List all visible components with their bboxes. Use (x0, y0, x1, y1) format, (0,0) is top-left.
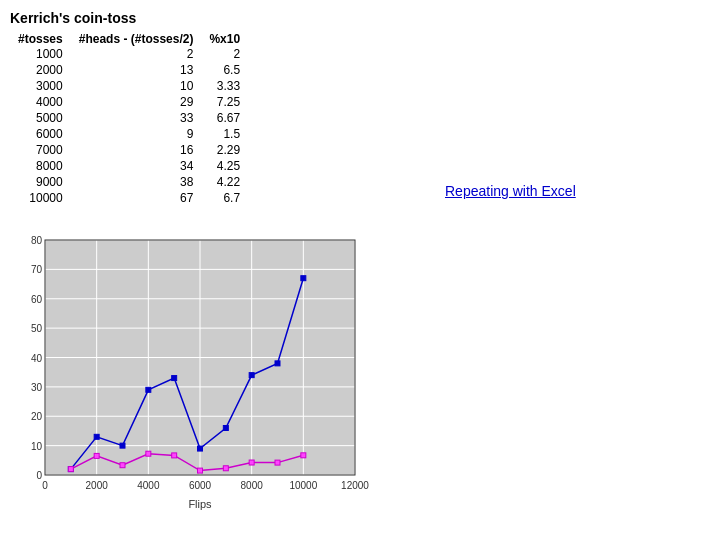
svg-text:50: 50 (31, 323, 43, 334)
svg-text:30: 30 (31, 382, 43, 393)
table-cell: 33 (71, 110, 202, 126)
table-cell: 3000 (10, 78, 71, 94)
svg-rect-38 (172, 376, 177, 381)
svg-rect-36 (120, 443, 125, 448)
svg-text:20: 20 (31, 411, 43, 422)
table-cell: 10000 (10, 190, 71, 206)
svg-rect-41 (249, 373, 254, 378)
svg-rect-37 (146, 387, 151, 392)
table-row: 100022 (10, 46, 248, 62)
table-cell: 34 (71, 158, 202, 174)
svg-rect-43 (301, 276, 306, 281)
svg-rect-35 (94, 434, 99, 439)
col-tosses-header: #tosses (10, 32, 71, 46)
svg-text:80: 80 (31, 235, 43, 246)
table-cell: 9000 (10, 174, 71, 190)
col-pct-header: %x10 (201, 32, 248, 46)
svg-text:70: 70 (31, 264, 43, 275)
table-row: 600091.5 (10, 126, 248, 142)
table-row: 10000676.7 (10, 190, 248, 206)
table-cell: 7.25 (201, 94, 248, 110)
table-row: 5000336.67 (10, 110, 248, 126)
table-cell: 3.33 (201, 78, 248, 94)
table-cell: 2.29 (201, 142, 248, 158)
table-row: 4000297.25 (10, 94, 248, 110)
data-table: #tosses #heads - (#tosses/2) %x10 100022… (10, 32, 248, 206)
svg-text:0: 0 (42, 480, 48, 491)
table-cell: 6.67 (201, 110, 248, 126)
svg-rect-40 (223, 426, 228, 431)
table-cell: 9 (71, 126, 202, 142)
table-cell: 2 (201, 46, 248, 62)
table-cell: 29 (71, 94, 202, 110)
table-cell: 7000 (10, 142, 71, 158)
table-cell: 2000 (10, 62, 71, 78)
svg-rect-39 (198, 446, 203, 451)
svg-rect-53 (301, 453, 306, 458)
svg-rect-51 (249, 460, 254, 465)
svg-text:4000: 4000 (137, 480, 160, 491)
svg-text:40: 40 (31, 353, 43, 364)
table-cell: 4.22 (201, 174, 248, 190)
svg-text:60: 60 (31, 294, 43, 305)
svg-text:10000: 10000 (289, 480, 317, 491)
table-cell: 67 (71, 190, 202, 206)
svg-rect-49 (198, 468, 203, 473)
svg-rect-44 (68, 467, 73, 472)
table-cell: 38 (71, 174, 202, 190)
svg-text:Flips: Flips (188, 498, 212, 510)
table-cell: 6.5 (201, 62, 248, 78)
svg-text:12000: 12000 (341, 480, 369, 491)
table-row: 3000103.33 (10, 78, 248, 94)
table-cell: 1.5 (201, 126, 248, 142)
svg-text:8000: 8000 (241, 480, 264, 491)
table-cell: 5000 (10, 110, 71, 126)
svg-rect-46 (120, 463, 125, 468)
svg-text:2000: 2000 (86, 480, 109, 491)
table-cell: 6.7 (201, 190, 248, 206)
table-cell: 10 (71, 78, 202, 94)
table-cell: 4000 (10, 94, 71, 110)
svg-rect-52 (275, 460, 280, 465)
repeating-excel-link[interactable]: Repeating with Excel (445, 183, 576, 199)
table-row: 9000384.22 (10, 174, 248, 190)
col-heads-header: #heads - (#tosses/2) (71, 32, 202, 46)
table-row: 8000344.25 (10, 158, 248, 174)
table-cell: 8000 (10, 158, 71, 174)
table-row: 2000136.5 (10, 62, 248, 78)
table-cell: 1000 (10, 46, 71, 62)
svg-rect-45 (94, 453, 99, 458)
table-cell: 13 (71, 62, 202, 78)
table-cell: 16 (71, 142, 202, 158)
page: Kerrich's coin-toss #tosses #heads - (#t… (0, 0, 720, 540)
chart-svg: 0102030405060708002000400060008000100001… (10, 230, 370, 510)
svg-rect-42 (275, 361, 280, 366)
table-cell: 4.25 (201, 158, 248, 174)
svg-text:10: 10 (31, 441, 43, 452)
svg-text:6000: 6000 (189, 480, 212, 491)
table-row: 7000162.29 (10, 142, 248, 158)
table-cell: 6000 (10, 126, 71, 142)
left-panel: Kerrich's coin-toss #tosses #heads - (#t… (10, 10, 370, 206)
svg-rect-50 (223, 466, 228, 471)
table-cell: 2 (71, 46, 202, 62)
svg-rect-47 (146, 451, 151, 456)
chart-area: 0102030405060708002000400060008000100001… (10, 230, 370, 510)
page-title: Kerrich's coin-toss (10, 10, 370, 26)
svg-rect-48 (172, 453, 177, 458)
